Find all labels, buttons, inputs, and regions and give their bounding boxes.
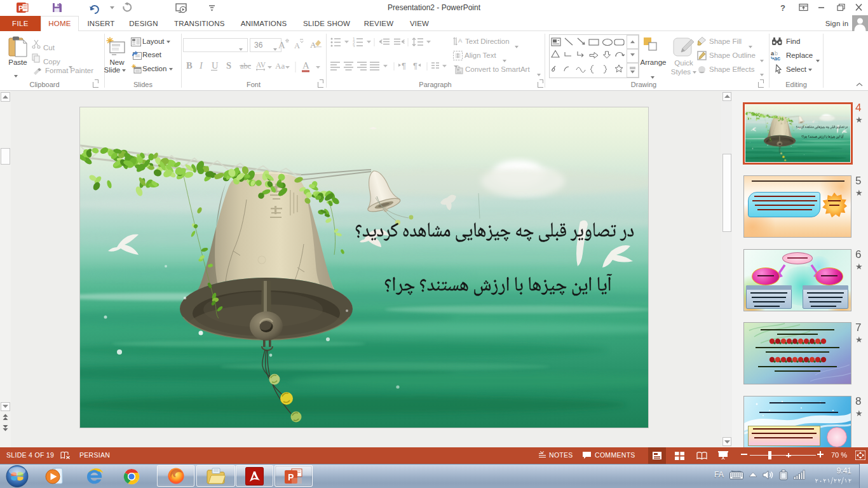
svg-text:?: ?	[780, 3, 785, 13]
svg-text:ac: ac	[774, 55, 780, 61]
svg-text:¶: ¶	[413, 61, 417, 71]
svg-text:¶: ¶	[402, 61, 406, 71]
svg-text:B: B	[186, 60, 193, 71]
svg-text:AV: AV	[256, 61, 266, 69]
svg-text:A: A	[310, 40, 316, 50]
svg-text:S: S	[226, 60, 231, 71]
svg-text:3: 3	[353, 44, 355, 47]
svg-text:U: U	[212, 60, 219, 71]
svg-text:A: A	[458, 37, 463, 44]
svg-text:A: A	[302, 60, 309, 71]
svg-text:A: A	[294, 41, 300, 50]
svg-text:Aa: Aa	[275, 61, 285, 71]
svg-text:A: A	[278, 40, 285, 50]
svg-text:I: I	[199, 60, 203, 71]
